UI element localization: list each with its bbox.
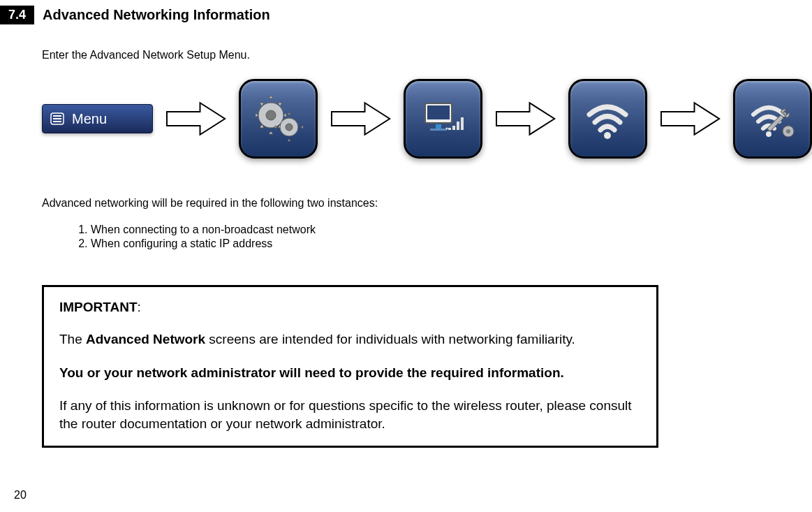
list-item: When configuring a static IP address — [91, 237, 812, 250]
svg-rect-14 — [461, 117, 464, 130]
important-line1-bold: Advanced Network — [86, 332, 205, 346]
svg-point-7 — [286, 124, 293, 131]
important-box: IMPORTANT: The Advanced Network screens … — [42, 285, 658, 448]
page-number: 20 — [14, 489, 27, 502]
instruction-text: Enter the Advanced Network Setup Menu. — [42, 49, 812, 61]
svg-rect-12 — [452, 126, 455, 130]
instances-list: When connecting to a non-broadcast netwo… — [42, 224, 812, 250]
arrow-icon — [660, 101, 721, 136]
monitor-signal-icon — [415, 91, 471, 147]
important-line1: The Advanced Network screens are intende… — [59, 330, 641, 349]
svg-point-5 — [266, 110, 276, 120]
svg-rect-10 — [436, 124, 441, 129]
important-line1-suffix: screens are intended for individuals wit… — [205, 332, 575, 346]
wifi-icon — [580, 91, 635, 147]
instances-intro: Advanced networking will be required in … — [42, 197, 812, 210]
svg-point-21 — [786, 129, 790, 133]
important-line2: You or your network administrator will n… — [59, 364, 641, 382]
arrow-icon — [495, 101, 556, 136]
wifi-icon-box — [568, 79, 647, 159]
svg-rect-11 — [430, 129, 447, 131]
wifi-wrench-icon — [745, 91, 801, 147]
svg-rect-2 — [53, 118, 61, 119]
svg-point-17 — [604, 132, 611, 139]
section-title: Advanced Networking Information — [43, 7, 270, 23]
svg-rect-3 — [53, 121, 61, 122]
section-header: 7.4 Advanced Networking Information — [0, 6, 812, 24]
settings-icon-box — [239, 79, 318, 159]
section-number: 7.4 — [0, 6, 34, 24]
network-info-icon-box — [404, 79, 482, 159]
svg-rect-9 — [427, 105, 450, 119]
svg-rect-1 — [53, 115, 61, 117]
gears-icon — [250, 91, 306, 147]
important-line1-prefix: The — [59, 332, 86, 346]
important-title-colon: : — [138, 300, 141, 314]
navigation-flow: Menu — [42, 79, 812, 159]
svg-rect-15 — [448, 128, 451, 130]
important-line3: If any of this information is unknown or… — [59, 397, 641, 432]
important-title: IMPORTANT: — [59, 300, 641, 315]
svg-point-18 — [766, 131, 772, 137]
list-item: When connecting to a non-broadcast netwo… — [91, 224, 812, 236]
arrow-icon — [330, 101, 391, 136]
content-area: Enter the Advanced Network Setup Menu. M… — [0, 49, 812, 448]
menu-icon — [50, 111, 65, 126]
menu-button: Menu — [42, 104, 153, 133]
svg-point-16 — [446, 128, 448, 130]
menu-label: Menu — [72, 111, 107, 127]
wifi-settings-icon-box — [733, 79, 812, 159]
important-title-text: IMPORTANT — [59, 300, 138, 314]
arrow-icon — [165, 101, 226, 136]
svg-rect-13 — [457, 122, 459, 130]
